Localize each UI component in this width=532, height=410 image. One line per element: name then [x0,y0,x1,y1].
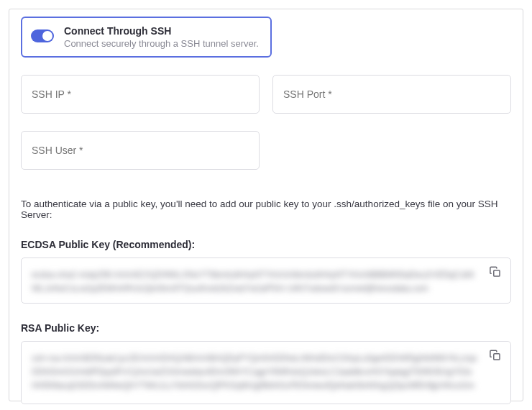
svg-rect-0 [494,270,500,276]
ssh-config-panel: Connect Through SSH Connect securely thr… [9,9,523,401]
ssh-ip-input[interactable] [21,75,260,114]
ssh-port-input[interactable] [272,75,511,114]
svg-rect-1 [494,354,500,360]
ssh-toggle-subtitle: Connect securely through a SSH tunnel se… [64,38,259,49]
copy-icon [489,349,502,362]
copy-icon [489,265,502,278]
ecdsa-copy-button[interactable] [489,265,502,278]
ecdsa-key-label: ECDSA Public Key (Recommended): [21,239,511,250]
ssh-toggle-title: Connect Through SSH [64,25,259,37]
rsa-key-box: ssh-rsa AAAAB3Nzak1yc2EAAAADAQABAAABAQDy… [21,341,511,404]
ssh-toggle-card: Connect Through SSH Connect securely thr… [21,17,272,58]
auth-instruction-text: To authenticate via a public key, you'll… [21,199,511,220]
ssh-toggle-switch[interactable] [31,29,54,42]
rsa-copy-button[interactable] [489,349,502,362]
ecdsa-key-value: ecdsa-sha2-nistp256 AAAAE2VjZHNhLXNoYTIt… [32,268,477,293]
ssh-toggle-text: Connect Through SSH Connect securely thr… [64,25,259,49]
ssh-input-row-2 [21,131,260,170]
rsa-key-label: RSA Public Key: [21,322,511,334]
rsa-key-value: ssh-rsa AAAAB3Nzak1yc2EAAAADAQABAAABAQDy… [32,352,477,393]
toggle-knob [42,31,52,41]
ssh-input-row-1 [21,75,511,114]
ecdsa-key-box: ecdsa-sha2-nistp256 AAAAE2VjZHNhLXNoYTIt… [21,258,511,304]
ssh-user-input[interactable] [21,131,260,170]
